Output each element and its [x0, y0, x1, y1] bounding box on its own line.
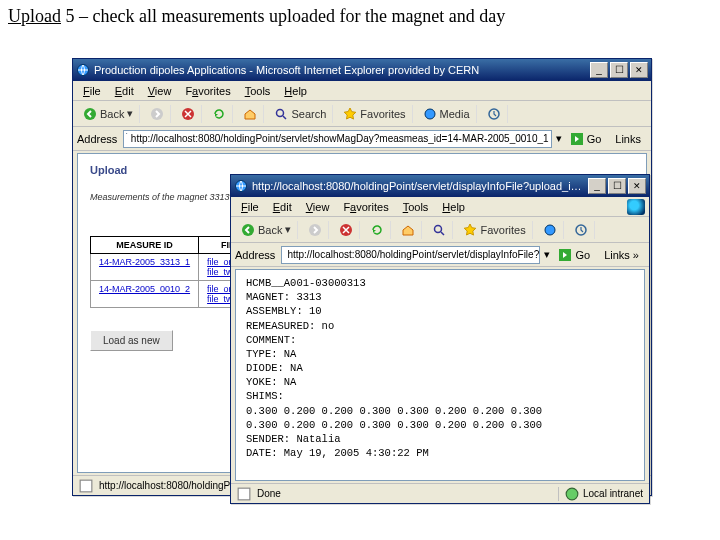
media-icon [543, 223, 557, 237]
menu-file[interactable]: File [77, 83, 107, 99]
menu-edit[interactable]: Edit [267, 199, 298, 215]
address-bar: Address http://localhost:8080/holdingPoi… [231, 243, 649, 267]
media-button[interactable]: Media [417, 105, 477, 123]
stop-icon [339, 223, 353, 237]
favorites-button[interactable]: Favorites [457, 221, 532, 239]
minimize-button[interactable] [590, 62, 608, 78]
address-url: http://localhost:8080/holdingPoint/servl… [287, 249, 540, 260]
star-icon [343, 107, 357, 121]
maximize-button[interactable] [610, 62, 628, 78]
address-label: Address [235, 249, 277, 261]
back-label: Back [258, 224, 282, 236]
forward-arrow-icon [150, 107, 164, 121]
search-icon [274, 107, 288, 121]
menu-help[interactable]: Help [436, 199, 471, 215]
ie-logo-icon [627, 199, 645, 215]
history-button[interactable] [568, 221, 595, 239]
caption-underline: Upload [8, 6, 61, 26]
menu-bar: File Edit View Favorites Tools Help [231, 197, 649, 217]
svg-point-16 [545, 225, 555, 235]
svg-rect-10 [80, 480, 92, 492]
menu-favorites[interactable]: Favorites [337, 199, 394, 215]
toolbar: Back ▾ Favorites [231, 217, 649, 243]
search-icon [432, 223, 446, 237]
menu-help[interactable]: Help [278, 83, 313, 99]
window-title: http://localhost:8080/holdingPoint/servl… [252, 180, 584, 192]
titlebar[interactable]: Production dipoles Applications - Micros… [73, 59, 651, 81]
refresh-icon [212, 107, 226, 121]
security-zone: Local intranet [558, 487, 643, 501]
stop-icon [181, 107, 195, 121]
page-content: HCMB__A001-03000313 MAGNET: 3313 ASSEMBL… [235, 269, 645, 481]
maximize-button[interactable] [608, 178, 626, 194]
status-text: Done [257, 488, 281, 499]
stop-button[interactable] [333, 221, 360, 239]
menu-tools[interactable]: Tools [239, 83, 277, 99]
media-button[interactable] [537, 221, 564, 239]
titlebar[interactable]: http://localhost:8080/holdingPoint/servl… [231, 175, 649, 197]
chevron-down-icon: ▾ [285, 223, 291, 236]
media-label: Media [440, 108, 470, 120]
refresh-button[interactable] [364, 221, 391, 239]
star-icon [463, 223, 477, 237]
forward-button[interactable] [302, 221, 329, 239]
load-as-new-button[interactable]: Load as new [90, 330, 173, 351]
go-button[interactable]: Go [554, 248, 594, 262]
page-icon [237, 487, 251, 501]
close-button[interactable] [630, 62, 648, 78]
links-label[interactable]: Links [609, 133, 647, 145]
svg-rect-21 [238, 488, 250, 500]
svg-point-1 [84, 108, 96, 120]
zone-icon [565, 487, 579, 501]
page-caption: Upload 5 – check all measurements upload… [8, 6, 505, 27]
svg-point-13 [309, 224, 321, 236]
favorites-label: Favorites [360, 108, 405, 120]
stop-button[interactable] [175, 105, 202, 123]
address-dropdown[interactable]: ▾ [556, 132, 562, 145]
go-label: Go [587, 133, 602, 145]
forward-button[interactable] [144, 105, 171, 123]
address-dropdown[interactable]: ▾ [544, 248, 550, 261]
ie-window-popup: http://localhost:8080/holdingPoint/servl… [230, 174, 650, 504]
svg-point-5 [425, 109, 435, 119]
links-label[interactable]: Links » [598, 249, 645, 261]
menu-tools[interactable]: Tools [397, 199, 435, 215]
svg-point-15 [435, 225, 442, 232]
measure-id-link[interactable]: 14-MAR-2005_3313_1 [99, 257, 190, 267]
menu-favorites[interactable]: Favorites [179, 83, 236, 99]
search-button[interactable] [426, 221, 453, 239]
window-title: Production dipoles Applications - Micros… [94, 64, 586, 76]
home-button[interactable] [395, 221, 422, 239]
address-label: Address [77, 133, 119, 145]
back-button[interactable]: Back ▾ [77, 105, 140, 123]
history-button[interactable] [481, 105, 508, 123]
menu-view[interactable]: View [142, 83, 178, 99]
address-input[interactable]: http://localhost:8080/holdingPoint/servl… [123, 130, 551, 148]
minimize-button[interactable] [588, 178, 606, 194]
svg-point-8 [127, 133, 128, 134]
menu-file[interactable]: File [235, 199, 265, 215]
search-label: Search [291, 108, 326, 120]
go-icon [558, 248, 572, 262]
favorites-button[interactable]: Favorites [337, 105, 412, 123]
back-button[interactable]: Back ▾ [235, 221, 298, 239]
refresh-button[interactable] [206, 105, 233, 123]
search-button[interactable]: Search [268, 105, 333, 123]
menu-view[interactable]: View [300, 199, 336, 215]
svg-point-2 [151, 108, 163, 120]
back-arrow-icon [241, 223, 255, 237]
address-input[interactable]: http://localhost:8080/holdingPoint/servl… [281, 246, 540, 264]
svg-point-4 [277, 109, 284, 116]
address-bar: Address http://localhost:8080/holdingPoi… [73, 127, 651, 151]
menu-edit[interactable]: Edit [109, 83, 140, 99]
close-button[interactable] [628, 178, 646, 194]
col-measure-id: MEASURE ID [91, 237, 199, 254]
home-icon [243, 107, 257, 121]
ie-icon [234, 179, 248, 193]
measure-id-link[interactable]: 14-MAR-2005_0010_2 [99, 284, 190, 294]
home-button[interactable] [237, 105, 264, 123]
go-button[interactable]: Go [566, 132, 606, 146]
history-icon [487, 107, 501, 121]
go-label: Go [575, 249, 590, 261]
refresh-icon [370, 223, 384, 237]
